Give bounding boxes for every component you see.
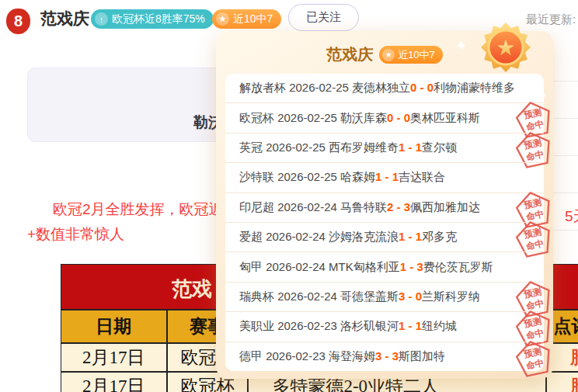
match-prefix: 印尼超 2026-02-24 马鲁特联 (239, 200, 387, 213)
win-rate-badge: ↑ 欧冠杯近8胜率75% (91, 9, 214, 29)
svg-text:★: ★ (496, 36, 515, 60)
match-score: 3 - 3 (375, 349, 399, 363)
match-row[interactable]: 爱超 2026-02-24 沙姆洛克流浪1 - 1邓多克预测命中 (225, 222, 544, 252)
match-away-team: 佩西加雅加达 (410, 200, 480, 213)
match-away-team: 邓多克 (422, 230, 457, 243)
match-score: 0 - 0 (387, 111, 410, 124)
match-row[interactable]: 德甲 2026-02-23 海登海姆3 - 3斯图加特预测命中 (225, 342, 544, 371)
results-table-title: 范戏 (172, 276, 212, 303)
bg-table-cell: 胜 (547, 373, 578, 392)
win-rate-badge-label: 欧冠杯近8胜率75% (112, 12, 205, 26)
match-row[interactable]: 欧冠杯 2026-02-25 勒沃库森0 - 0奥林匹亚科斯预测命中 (225, 102, 544, 132)
match-score: 1 - 1 (399, 230, 422, 243)
promo-text-line1: 欧冠2月全胜发挥，欧冠近 (53, 199, 224, 220)
match-prefix: 沙特联 2026-02-25 哈森姆 (239, 170, 375, 183)
promo-text-line2: +数值非常惊人 (27, 224, 124, 245)
match-score: 0 - 0 (410, 81, 434, 94)
match-text: 沙特联 2026-02-25 哈森姆1 - 1吉达联合 (239, 170, 445, 185)
match-text: 爱超 2026-02-24 沙姆洛克流浪1 - 1邓多克 (239, 230, 457, 245)
match-away-team: 兰斯科罗纳 (422, 290, 480, 303)
match-text: 匈甲 2026-02-24 MTK匈格利亚1 - 3费伦茨瓦罗斯 (239, 260, 493, 275)
gold-medal-icon: ★ (480, 22, 531, 73)
match-row[interactable]: 英冠 2026-02-25 西布罗姆维奇1 - 1查尔顿预测命中 (225, 133, 544, 162)
svg-text:命中: 命中 (524, 358, 545, 371)
recent-record-badge: ★ 近10中7 (212, 9, 281, 29)
popup-record-badge-label: 近10中7 (398, 48, 435, 62)
match-prefix: 爱超 2026-02-24 沙姆洛克流浪 (239, 230, 399, 243)
match-text: 瑞典杯 2026-02-24 哥德堡盖斯3 - 0兰斯科罗纳 (239, 290, 480, 304)
match-row[interactable]: 印尼超 2026-02-24 马鲁特联2 - 3佩西加雅加达预测命中 (225, 193, 544, 222)
match-score: 1 - 3 (400, 260, 423, 273)
match-prefix: 德甲 2026-02-23 海登海姆 (239, 349, 375, 363)
match-score: 2 - 3 (387, 200, 410, 213)
popup-record-badge: ★ 近10中7 (379, 46, 443, 64)
match-prefix: 欧冠杯 2026-02-25 勒沃库森 (239, 111, 387, 124)
match-prefix: 瑞典杯 2026-02-24 哥德堡盖斯 (239, 290, 399, 303)
follow-button[interactable]: 已关注 (288, 4, 359, 31)
match-list: 解放者杯 2026-02-25 麦德林独立0 - 0利物浦蒙特维多欧冠杯 202… (225, 74, 544, 371)
match-row[interactable]: 沙特联 2026-02-25 哈森姆1 - 1吉达联合 (225, 162, 544, 192)
match-away-team: 斯图加特 (399, 349, 445, 363)
star-icon: ★ (382, 49, 395, 61)
match-away-team: 利物浦蒙特维多 (434, 81, 515, 94)
match-away-team: 吉达联合 (399, 170, 445, 183)
star-icon: ★ (216, 12, 229, 26)
match-away-team: 奥林匹亚科斯 (410, 111, 480, 124)
match-score: 1 - 1 (399, 319, 422, 332)
site-logo: 8 (6, 9, 30, 34)
sparkle-icon: ✦ (455, 37, 467, 54)
match-score: 1 - 1 (375, 170, 399, 183)
match-row[interactable]: 匈甲 2026-02-24 MTK匈格利亚1 - 3费伦茨瓦罗斯 (225, 252, 544, 281)
match-row[interactable]: 美职业 2026-02-23 洛杉矶银河1 - 1纽约城预测命中 (225, 311, 544, 341)
background-row-lines (552, 44, 578, 231)
recent-record-badge-label: 近10中7 (233, 12, 273, 26)
match-prefix: 英冠 2026-02-25 西布罗姆维奇 (239, 140, 399, 154)
match-away-team: 查尔顿 (422, 140, 457, 154)
svg-text:命中: 命中 (524, 149, 545, 162)
match-text: 英冠 2026-02-25 西布罗姆维奇1 - 1查尔顿 (239, 140, 457, 155)
popup-expert-name: 范戏庆 (326, 44, 373, 65)
match-row[interactable]: 解放者杯 2026-02-25 麦德林独立0 - 0利物浦蒙特维多 (225, 74, 544, 102)
match-prefix: 匈甲 2026-02-24 MTK匈格利亚 (239, 260, 400, 273)
match-prefix: 美职业 2026-02-23 洛杉矶银河 (239, 319, 399, 332)
bg-table-header-cell: 日期 (61, 309, 168, 344)
match-text: 解放者杯 2026-02-25 麦德林独立0 - 0利物浦蒙特维多 (239, 81, 515, 95)
arrow-up-icon: ↑ (95, 12, 108, 26)
last-update-label: 最近更新: (526, 12, 576, 27)
match-away-team: 费伦茨瓦罗斯 (423, 260, 493, 273)
match-text: 美职业 2026-02-23 洛杉矶银河1 - 1纽约城 (239, 319, 457, 334)
bg-table-cell: 2月17日 (61, 344, 168, 373)
match-away-team: 纽约城 (422, 319, 457, 332)
prediction-hit-stamp-icon: 预测命中 (513, 336, 555, 379)
bg-table-cell: 2月17日 (61, 373, 168, 392)
match-text: 欧冠杯 2026-02-25 勒沃库森0 - 0奥林匹亚科斯 (239, 111, 480, 126)
svg-text:命中: 命中 (524, 238, 545, 252)
match-text: 德甲 2026-02-23 海登海姆3 - 3斯图加特 (239, 349, 445, 364)
match-row[interactable]: 瑞典杯 2026-02-24 哥德堡盖斯3 - 0兰斯科罗纳预测命中 (225, 282, 544, 311)
match-text: 印尼超 2026-02-24 马鲁特联2 - 3佩西加雅加达 (239, 200, 480, 215)
match-prefix: 解放者杯 2026-02-25 麦德林独立 (239, 81, 410, 94)
prediction-popup: 范戏庆 ★ 近10中7 ✦ ✦ ★ 解放者杯 2026-02-25 麦德林独立0… (216, 31, 553, 379)
match-score: 1 - 1 (399, 140, 422, 154)
match-score: 3 - 0 (399, 290, 422, 303)
expert-name: 范戏庆 (40, 8, 89, 29)
